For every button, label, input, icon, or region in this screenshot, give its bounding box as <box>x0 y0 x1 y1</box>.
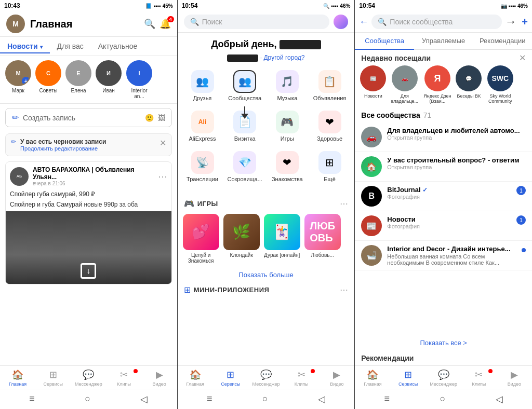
game-kissing[interactable]: 💕 Целуй и Знакомься <box>183 214 219 264</box>
nav3-klipy[interactable]: ✂ Клипы <box>461 369 497 387</box>
nav-klipy[interactable]: ✂ Клипы <box>106 369 141 387</box>
tab-novosti[interactable]: Новости ▾ <box>0 39 50 53</box>
nav-servisy[interactable]: ⊞ Сервисы <box>35 369 71 387</box>
location-change[interactable]: · Другой город? <box>260 54 305 61</box>
recent-communities: 📰 Новости 🚗 Для владельце... Я Яндекс Дз… <box>355 65 532 109</box>
back-button[interactable]: ← <box>359 17 368 28</box>
post-card: АБ АВТО БАРАХОЛКА | Объявления Ульян... … <box>5 161 172 284</box>
android-home-btn[interactable]: ○ <box>85 393 90 405</box>
story-elena[interactable]: Е Елена <box>65 60 91 99</box>
comm-type-vladeltsy: Открытая группа <box>387 134 526 141</box>
nav2-klipy[interactable]: ✂ Клипы <box>284 369 319 387</box>
community-novosti[interactable]: 📰 Новости Фотография 1 <box>355 211 532 241</box>
all-count: 71 <box>423 111 432 119</box>
android3-back-btn[interactable]: ◁ <box>496 393 503 405</box>
recent-yandex[interactable]: Я Яндекс Дзен (Взаи... <box>423 65 451 104</box>
header-3: ← 🔍 Поиск сообщества → + <box>355 11 532 33</box>
community-interior[interactable]: 🛁 Interior and Decor - Дизайн интерье...… <box>355 241 532 270</box>
nav3-clips-icon: ✂ <box>475 369 483 380</box>
service-aliexpress[interactable]: Ali AliExpress <box>182 106 223 146</box>
tab-aktualnoe[interactable]: Актуальное <box>91 39 145 53</box>
nav2-glavnaya[interactable]: 🏠 Главная <box>178 369 213 387</box>
android-back-btn[interactable]: ◁ <box>140 393 148 405</box>
game-love[interactable]: ЛЮБОВЬ Любовь... <box>304 214 341 264</box>
nav3-messenger[interactable]: 💬 Мессенджер <box>426 369 461 387</box>
druzya-label: Друзья <box>193 95 212 101</box>
messenger-icon: 💬 <box>83 369 94 380</box>
games-section-menu[interactable]: ⋯ <box>340 199 348 209</box>
search-bar-2[interactable]: 🔍 Поиск <box>184 15 330 29</box>
recent-vladeltsy[interactable]: 🚗 Для владельце... <box>390 65 419 104</box>
game-durak[interactable]: 🃏 Дурак [онлайн] <box>264 214 300 264</box>
comm-name-vladeltsy: Для владельцев и любителей автомо... <box>387 127 526 134</box>
bottom-nav-3: 🏠 Главная ⊞ Сервисы 💬 Мессенджер ✂ Клипы… <box>355 365 532 389</box>
nav-messenger[interactable]: 💬 Мессенджер <box>71 369 106 387</box>
recommendations-title: Рекомендации <box>355 351 532 365</box>
druzya-icon: 👥 <box>191 70 214 93</box>
plus-button[interactable]: + <box>522 16 528 28</box>
search-bar-3[interactable]: 🔍 Поиск сообщества <box>371 15 502 29</box>
service-igry[interactable]: 🎮 Игры <box>267 106 308 146</box>
obyavleniya-label: Объявления <box>313 95 347 101</box>
community-construction[interactable]: 🏠 У вас строительный вопрос? - ответим О… <box>355 152 532 182</box>
story-mark[interactable]: М + Марк <box>5 60 31 99</box>
nav2-klipy-dot <box>311 369 315 373</box>
vk-avatar-icon[interactable] <box>334 15 348 29</box>
search-icon[interactable]: 🔍 <box>144 18 155 30</box>
nav2-messenger[interactable]: 💬 Мессенджер <box>248 369 284 387</box>
subtab-rekomendacii[interactable]: Рекомендации <box>473 33 532 49</box>
android2-menu-btn[interactable]: ≡ <box>207 393 212 405</box>
subtab-upravlyaemye[interactable]: Управляемые <box>414 33 473 49</box>
recent-close-icon[interactable]: ✕ <box>519 53 526 63</box>
notification-badge: 4 <box>167 16 174 22</box>
user-avatar[interactable]: М <box>6 15 25 33</box>
search-icon-2: 🔍 <box>190 18 199 26</box>
service-translyacii[interactable]: 📡 Трансляции <box>182 147 223 186</box>
android3-menu-btn[interactable]: ≡ <box>384 393 390 405</box>
show-all-link[interactable]: Показать все > <box>355 335 532 351</box>
service-eshche[interactable]: ⊞ Ещё <box>309 147 351 186</box>
subtab-soobshchestva[interactable]: Сообщества <box>355 33 414 50</box>
all-communities-header: Все сообщества 71 <box>355 109 532 122</box>
draft-close-icon[interactable]: ✕ <box>159 138 166 148</box>
tab-dlya-vas[interactable]: Для вас <box>50 39 91 53</box>
android2-home-btn[interactable]: ○ <box>262 393 268 405</box>
story-sovety[interactable]: С Советы <box>35 60 61 99</box>
nav-glavnaya[interactable]: 🏠 Главная <box>0 369 35 387</box>
post-menu-icon[interactable]: ⋯ <box>158 171 167 182</box>
header-2: 🔍 Поиск <box>178 11 355 33</box>
recent-skyworld[interactable]: SWC Sky World Community <box>486 65 514 104</box>
nav2-servisy[interactable]: ⊞ Сервисы <box>213 369 248 387</box>
nav3-glavnaya[interactable]: 🏠 Главная <box>355 369 390 387</box>
service-soobshchestva[interactable]: 👥 Сообщества <box>224 66 265 105</box>
nav-video[interactable]: ▶ Видео <box>142 369 177 387</box>
story-interior[interactable]: I Interior an... <box>126 60 153 99</box>
story-avatar-interior: I <box>126 60 152 86</box>
android3-home-btn[interactable]: ○ <box>440 393 445 405</box>
games-row: 💕 Целуй и Знакомься 🌿 Клондайк 🃏 Дурак [… <box>178 212 355 268</box>
service-obyavleniya[interactable]: 📋 Объявления <box>309 66 351 105</box>
service-znakomstva[interactable]: ❤ Знакомства <box>267 147 308 186</box>
android2-back-btn[interactable]: ◁ <box>318 393 325 405</box>
sokrovishcha-label: Сокровища... <box>227 176 262 182</box>
nav3-servisy[interactable]: ⊞ Сервисы <box>390 369 425 387</box>
service-druzya[interactable]: 👥 Друзья <box>182 66 223 105</box>
service-zdorove[interactable]: ❤ Здоровье <box>309 106 351 146</box>
story-ivan[interactable]: И Иван <box>96 60 122 99</box>
game-klondike[interactable]: 🌿 Клондайк <box>223 214 260 264</box>
nav-label-klipy: Клипы <box>117 381 131 387</box>
nav2-video[interactable]: ▶ Видео <box>319 369 354 387</box>
create-post-button[interactable]: ✏ Создать запись 🙂 🖼 <box>5 108 172 127</box>
nav3-video[interactable]: ▶ Видео <box>497 369 532 387</box>
nav2-label-servisy: Сервисы <box>221 381 240 387</box>
android-menu-btn[interactable]: ≡ <box>29 393 35 405</box>
show-more-button[interactable]: Показать больше <box>178 268 355 282</box>
recent-novosti[interactable]: 📰 Новости <box>360 65 386 104</box>
signal3-icon: ▪▪▪▪ <box>509 3 516 9</box>
service-sokrovishcha[interactable]: 💎 Сокровища... <box>224 147 265 186</box>
recent-besedy[interactable]: 💬 Беседы ВК <box>456 65 482 104</box>
service-muzyka[interactable]: 🎵 Музыка <box>267 66 308 105</box>
community-vladeltsy[interactable]: 🚗 Для владельцев и любителей автомо... О… <box>355 122 532 152</box>
community-bitjournal[interactable]: B BitJournal ✓ Фотография 1 <box>355 182 532 211</box>
mini-apps-menu[interactable]: ⋯ <box>340 285 348 295</box>
